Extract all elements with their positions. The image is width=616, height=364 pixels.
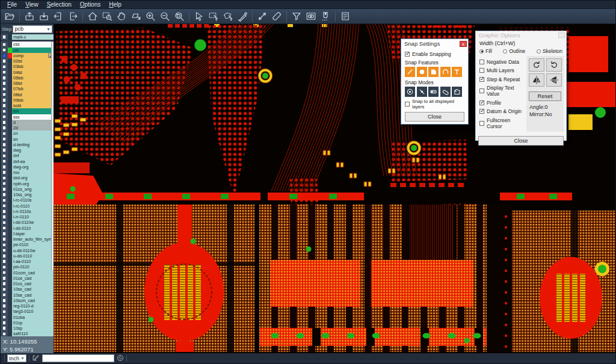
layer-visibility-checkbox[interactable]: [1, 187, 8, 192]
step-select[interactable]: pcb ▼: [13, 25, 52, 33]
layer-row[interactable]: 01ce_cad: [1, 276, 54, 281]
option-profile[interactable]: ✓Profile: [479, 100, 524, 106]
layer-visibility-checkbox[interactable]: [1, 86, 8, 91]
layer-visibility-checkbox[interactable]: [1, 231, 8, 236]
layer-visibility-checkbox[interactable]: [1, 226, 8, 231]
layer-visibility-checkbox[interactable]: [1, 292, 8, 298]
layer-visibility-checkbox[interactable]: [1, 164, 8, 170]
layer-row[interactable]: i-rr-0110: [1, 214, 54, 220]
layer-visibility-checkbox[interactable]: [1, 325, 8, 331]
layer-row[interactable]: sm: [1, 108, 54, 114]
layer-visibility-checkbox[interactable]: [1, 64, 8, 69]
layer-row[interactable]: npth-org: [1, 181, 54, 187]
layer-visibility-checkbox[interactable]: [1, 175, 8, 180]
snap-close-button[interactable]: Close: [405, 112, 464, 122]
filter-icon[interactable]: [290, 10, 303, 23]
open-folder-icon[interactable]: [3, 10, 16, 23]
layer-visibility-checkbox[interactable]: [1, 264, 8, 270]
layer-visibility-checkbox[interactable]: [1, 236, 8, 242]
close-icon[interactable]: x: [460, 41, 467, 47]
layer-row[interactable]: d-tenting: [1, 142, 54, 147]
select-polygon-icon[interactable]: [221, 10, 235, 23]
snap-magnet-icon[interactable]: [319, 10, 332, 23]
snap-pad-icon[interactable]: [417, 67, 427, 77]
command-input[interactable]: [42, 354, 114, 362]
enable-snapping-checkbox-row[interactable]: ✓ Enable Snapping: [405, 51, 464, 57]
layer-row[interactable]: sold: [1, 103, 54, 108]
option-display-text-value[interactable]: ✓Display Text Value: [479, 85, 524, 97]
layer-row[interactable]: i-rc-0110: [1, 203, 54, 209]
layer-row[interactable]: 10scm_cad: [1, 298, 54, 303]
flip-v-icon[interactable]: [546, 73, 562, 87]
layer-row[interactable]: 08lst: [1, 92, 54, 97]
layer-visibility-checkbox[interactable]: [1, 209, 8, 214]
layer-visibility-checkbox[interactable]: [1, 70, 8, 75]
menu-selection[interactable]: Selection: [43, 1, 76, 8]
layer-row[interactable]: i-dd-0110w: [1, 220, 54, 225]
layer-visibility-checkbox[interactable]: [1, 103, 8, 108]
layer-row[interactable]: 10se_cad: [1, 292, 54, 298]
layer-visibility-checkbox[interactable]: [1, 286, 8, 292]
layer-visibility-checkbox[interactable]: [1, 203, 8, 209]
layer-row[interactable]: 10sp: [1, 325, 54, 331]
layer-list-scrollbar[interactable]: [51, 42, 54, 270]
layer-visibility-checkbox[interactable]: [1, 170, 8, 175]
option-step-repeat[interactable]: ✓Step & Repeat: [479, 76, 524, 82]
layer-row[interactable]: 03lsb: [1, 64, 54, 69]
radio-skeleton[interactable]: Skeleton: [537, 48, 562, 54]
rotate-cw-icon[interactable]: [529, 58, 544, 72]
layer-row[interactable]: cn: [1, 131, 54, 136]
zoom-out-icon[interactable]: [158, 10, 171, 23]
report-icon[interactable]: [339, 10, 352, 23]
layer-row[interactable]: css: [1, 42, 54, 47]
move-shape-icon[interactable]: [129, 10, 143, 23]
layer-row[interactable]: dwg-org: [1, 164, 54, 170]
layer-visibility-checkbox[interactable]: [1, 81, 8, 86]
layer-visibility-checkbox[interactable]: [1, 242, 8, 247]
layer-row[interactable]: i-dd-0110: [1, 226, 54, 231]
menu-file[interactable]: File: [3, 1, 21, 8]
layer-row[interactable]: pin-0110: [1, 264, 54, 270]
layer-visibility-checkbox[interactable]: [1, 147, 8, 153]
layer-row[interactable]: slot-org: [1, 175, 54, 180]
checkbox[interactable]: ✓: [405, 102, 410, 106]
layer-visibility-checkbox[interactable]: [1, 159, 8, 164]
layer-visibility-checkbox[interactable]: [1, 153, 8, 158]
layer-row[interactable]: 02lst: [1, 58, 54, 64]
option-fullscreen-cursor[interactable]: ✓Fullscreen Cursor: [479, 117, 524, 129]
radio-fill[interactable]: Fill: [479, 48, 492, 54]
option-datum-origin[interactable]: ✓Datum & Origin: [479, 108, 524, 114]
layer-visibility-checkbox[interactable]: [1, 48, 8, 53]
draw-icon[interactable]: [32, 353, 40, 364]
snap-text-icon[interactable]: [452, 67, 462, 77]
layer-row[interactable]: dxf-ea: [1, 159, 54, 164]
layer-visibility-checkbox[interactable]: [1, 58, 8, 64]
unit-select[interactable]: Inch ▼: [7, 354, 26, 362]
layer-row[interactable]: d: [1, 120, 54, 125]
eraser-icon[interactable]: [270, 10, 283, 23]
menu-options[interactable]: Options: [76, 1, 105, 8]
layer-row[interactable]: pe-0110: [1, 242, 54, 247]
layer-row[interactable]: inner_auto_film_symb: [1, 236, 54, 242]
layer-visibility-checkbox[interactable]: [1, 131, 8, 136]
radio-outline[interactable]: Outline: [503, 48, 525, 54]
mode-point-icon[interactable]: [417, 87, 427, 97]
mode-slot-icon[interactable]: [428, 87, 439, 97]
brush-icon[interactable]: [236, 10, 249, 23]
layer-row[interactable]: 2d: [1, 125, 54, 131]
job-upload-icon[interactable]: [23, 10, 36, 23]
layer-row[interactable]: 01ccm_cad: [1, 270, 54, 276]
layer-visibility-checkbox[interactable]: [1, 253, 8, 259]
reset-button[interactable]: Reset: [529, 91, 561, 101]
layer-row[interactable]: rou: [1, 170, 54, 175]
snap-arc-icon[interactable]: [440, 67, 451, 77]
zoom-previous-icon[interactable]: [173, 10, 186, 23]
layer-visibility-checkbox[interactable]: [1, 120, 8, 125]
layer-visibility-checkbox[interactable]: [1, 75, 8, 81]
zoom-in-icon[interactable]: [144, 10, 157, 23]
job-download-icon[interactable]: [37, 10, 51, 23]
flip-h-icon[interactable]: [529, 73, 544, 87]
layer-visibility-checkbox[interactable]: [1, 214, 8, 220]
layer-row[interactable]: i-rc-0110s: [1, 197, 54, 203]
layer-row[interactable]: dxf: [1, 153, 54, 158]
